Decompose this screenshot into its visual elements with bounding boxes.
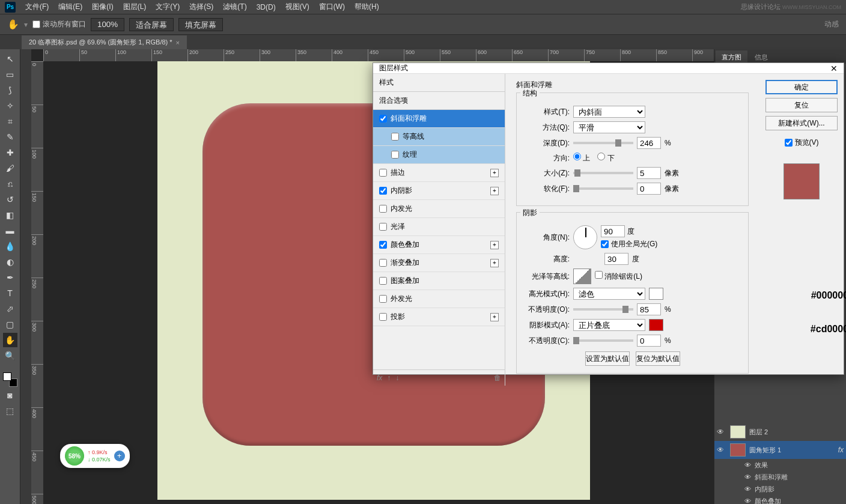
style-select[interactable]: 内斜面 bbox=[573, 106, 645, 118]
preview-checkbox[interactable]: 预览(V) bbox=[765, 138, 838, 148]
direction-down-radio[interactable]: 下 bbox=[597, 153, 614, 163]
clone-tool[interactable]: ⎌ bbox=[3, 177, 17, 191]
soften-slider[interactable] bbox=[573, 187, 633, 190]
depth-slider[interactable] bbox=[573, 142, 633, 144]
eyedropper-tool[interactable]: ✎ bbox=[3, 130, 17, 144]
highlight-opacity-input[interactable] bbox=[637, 303, 661, 315]
effect-color-overlay[interactable]: 👁颜色叠加 bbox=[714, 495, 846, 504]
menu-file[interactable]: 文件(F) bbox=[20, 2, 53, 12]
styles-header[interactable]: 样式 bbox=[373, 74, 505, 92]
make-default-button[interactable]: 设置为默认值 bbox=[585, 351, 630, 366]
reset-default-button[interactable]: 复位为默认值 bbox=[636, 351, 680, 366]
shape-tool[interactable]: ▢ bbox=[3, 317, 17, 332]
history-brush-tool[interactable]: ↺ bbox=[3, 192, 17, 207]
document-tab[interactable]: 20 临摹图标.psd @ 69.6% (圆角矩形 1, RGB/8) * × bbox=[22, 35, 187, 49]
trash-icon[interactable]: 🗑 bbox=[494, 374, 501, 382]
eraser-tool[interactable]: ◧ bbox=[3, 208, 17, 222]
fit-screen-button[interactable]: 适合屏幕 bbox=[129, 18, 174, 31]
scroll-all-windows-checkbox[interactable]: 滚动所有窗口 bbox=[32, 19, 86, 29]
magic-wand-tool[interactable]: ✧ bbox=[3, 99, 17, 113]
new-style-button[interactable]: 新建样式(W)... bbox=[765, 116, 838, 130]
menu-view[interactable]: 视图(V) bbox=[281, 2, 314, 12]
style-list-item[interactable]: 等高线 bbox=[373, 128, 505, 146]
up-arrow-icon[interactable]: ↑ bbox=[387, 374, 391, 382]
ok-button[interactable]: 确定 bbox=[765, 80, 838, 94]
screen-mode-tool[interactable]: ⬚ bbox=[3, 404, 17, 418]
effect-bevel[interactable]: 👁斜面和浮雕 bbox=[714, 471, 846, 483]
move-tool[interactable]: ↖ bbox=[3, 52, 17, 66]
brush-tool[interactable]: 🖌 bbox=[3, 161, 17, 175]
add-effect-icon[interactable]: + bbox=[490, 187, 499, 195]
add-effect-icon[interactable]: + bbox=[490, 169, 499, 177]
blend-options[interactable]: 混合选项 bbox=[373, 92, 505, 110]
depth-input[interactable] bbox=[637, 137, 661, 149]
dialog-titlebar[interactable]: 图层样式 ✕ bbox=[373, 63, 844, 74]
menu-edit[interactable]: 编辑(E) bbox=[53, 2, 87, 12]
menu-image[interactable]: 图像(I) bbox=[87, 2, 118, 12]
add-effect-icon[interactable]: + bbox=[490, 241, 499, 249]
style-list-item[interactable]: 图案叠加 bbox=[373, 272, 505, 290]
path-select-tool[interactable]: ⬀ bbox=[3, 302, 17, 316]
blur-tool[interactable]: 💧 bbox=[3, 239, 17, 254]
add-effect-icon[interactable]: + bbox=[490, 259, 499, 267]
gradient-tool[interactable]: ▬ bbox=[3, 223, 17, 238]
visibility-icon[interactable]: 👁 bbox=[717, 446, 726, 454]
size-input[interactable] bbox=[637, 167, 661, 179]
shadow-opacity-input[interactable] bbox=[637, 335, 661, 347]
menu-help[interactable]: 帮助(H) bbox=[350, 2, 384, 12]
shadow-color-swatch[interactable] bbox=[649, 319, 663, 331]
effects-row[interactable]: 👁效果 bbox=[714, 459, 846, 471]
antialias-checkbox[interactable]: 消除锯齿(L) bbox=[595, 271, 642, 282]
angle-input[interactable] bbox=[601, 225, 625, 237]
global-light-checkbox[interactable]: 使用全局光(G) bbox=[601, 239, 657, 249]
crop-tool[interactable]: ⌗ bbox=[3, 114, 17, 129]
layer-row[interactable]: 👁 图层 2 bbox=[714, 423, 846, 441]
text-tool[interactable]: T bbox=[3, 286, 17, 300]
dodge-tool[interactable]: ◐ bbox=[3, 255, 17, 269]
close-tab-icon[interactable]: × bbox=[176, 39, 180, 46]
quick-mask-tool[interactable]: ◙ bbox=[3, 388, 17, 402]
menu-layer[interactable]: 图层(L) bbox=[118, 2, 151, 12]
style-list-item[interactable]: 渐变叠加+ bbox=[373, 254, 505, 272]
menu-window[interactable]: 窗口(W) bbox=[314, 2, 350, 12]
gloss-contour[interactable] bbox=[573, 269, 591, 284]
highlight-mode-select[interactable]: 滤色 bbox=[573, 288, 645, 300]
fx-icon[interactable]: fx bbox=[838, 446, 844, 454]
menu-type[interactable]: 文字(Y) bbox=[151, 2, 184, 12]
soften-input[interactable] bbox=[637, 183, 661, 195]
close-icon[interactable]: ✕ bbox=[830, 64, 838, 73]
marquee-tool[interactable]: ▭ bbox=[3, 67, 17, 82]
foreground-color-swatch[interactable] bbox=[3, 372, 11, 381]
down-arrow-icon[interactable]: ↓ bbox=[395, 374, 399, 382]
pen-tool[interactable]: ✒ bbox=[3, 270, 17, 285]
histogram-tab[interactable]: 直方图 bbox=[716, 50, 747, 62]
fill-screen-button[interactable]: 填充屏幕 bbox=[178, 18, 223, 31]
style-list-item[interactable]: 内阴影+ bbox=[373, 182, 505, 200]
lasso-tool[interactable]: ⟆ bbox=[3, 83, 17, 97]
style-list-item[interactable]: 内发光 bbox=[373, 200, 505, 218]
zoom-level-button[interactable]: 100% bbox=[91, 18, 124, 31]
menu-select[interactable]: 选择(S) bbox=[184, 2, 218, 12]
menu-filter[interactable]: 滤镜(T) bbox=[218, 2, 251, 12]
effect-inner-shadow[interactable]: 👁内阴影 bbox=[714, 483, 846, 495]
shadow-opacity-slider[interactable] bbox=[573, 339, 633, 342]
layer-row-selected[interactable]: 👁 圆角矩形 1 fx bbox=[714, 441, 846, 459]
speed-widget[interactable]: 58% ↑ 0.9K/s ↓ 0.07K/s + bbox=[60, 444, 130, 468]
visibility-icon[interactable]: 👁 bbox=[717, 428, 726, 436]
altitude-input[interactable] bbox=[604, 253, 628, 265]
style-list-item[interactable]: 颜色叠加+ bbox=[373, 236, 505, 254]
style-list-item[interactable]: 外发光 bbox=[373, 290, 505, 308]
style-list-item[interactable]: 投影+ bbox=[373, 308, 505, 326]
healing-tool[interactable]: ✚ bbox=[3, 145, 17, 160]
add-effect-icon[interactable]: + bbox=[490, 313, 499, 321]
style-list-item[interactable]: 描边+ bbox=[373, 164, 505, 182]
reset-button[interactable]: 复位 bbox=[765, 98, 838, 112]
style-list-item[interactable]: 斜面和浮雕 bbox=[373, 110, 505, 128]
info-tab[interactable]: 信息 bbox=[749, 50, 774, 62]
style-list-item[interactable]: 纹理 bbox=[373, 146, 505, 164]
highlight-color-swatch[interactable] bbox=[649, 288, 663, 300]
zoom-tool[interactable]: 🔍 bbox=[3, 348, 17, 363]
plus-icon[interactable]: + bbox=[114, 451, 125, 461]
direction-up-radio[interactable]: 上 bbox=[573, 153, 590, 163]
color-swatches[interactable] bbox=[3, 372, 17, 387]
